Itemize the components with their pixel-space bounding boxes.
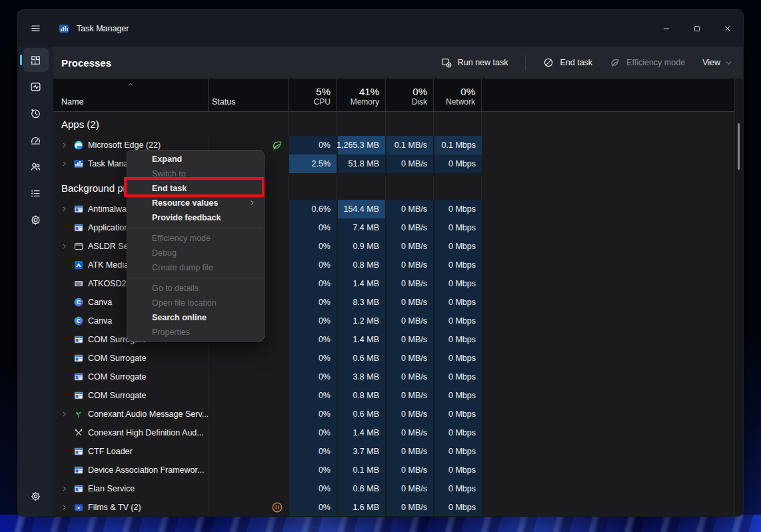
menu-item-search-online[interactable]: Search online (127, 310, 264, 325)
sprout-icon (73, 409, 84, 419)
disk-cell: 0 MB/s (385, 200, 433, 218)
window-white-icon (73, 241, 84, 252)
submenu-chevron-icon (249, 199, 256, 206)
cpu-cell: 0% (288, 256, 337, 274)
menu-item-go-to-details: Go to details (127, 281, 264, 296)
memory-cell: 51.8 MB (337, 154, 385, 173)
process-name: COM Surrogate (88, 372, 147, 382)
sidebar-item-processes[interactable] (23, 48, 49, 72)
group-heading-label: Apps (2) (61, 119, 99, 130)
column-header-name[interactable]: Name (53, 79, 208, 111)
minimize-icon (662, 25, 670, 33)
status-cell (208, 368, 288, 386)
process-name-cell: Elan Service (53, 479, 208, 498)
expand-chevron-icon[interactable] (59, 206, 71, 212)
end-task-icon (543, 57, 554, 68)
table-header: NameStatus5%CPU41%Memory0%Disk0%Network (53, 79, 734, 112)
sidebar-item-startup-apps[interactable] (23, 128, 49, 152)
network-cell: 0 Mbps (433, 312, 482, 330)
menu-item-provide-feedback[interactable]: Provide feedback (127, 210, 264, 225)
column-header-status[interactable]: Status (208, 79, 288, 111)
status-cell (208, 461, 288, 479)
process-row[interactable]: COM Surrogate0%3.8 MB0 MB/s0 Mbps (53, 368, 734, 386)
settings-icon (30, 491, 41, 502)
expand-chevron-icon[interactable] (59, 160, 71, 167)
cpu-cell: 0% (288, 405, 337, 423)
memory-cell: 154.4 MB (337, 200, 385, 218)
group-heading-cell (433, 112, 482, 136)
sidebar-item-performance[interactable] (23, 75, 49, 99)
disk-cell: 0 MB/s (385, 237, 433, 256)
menu-item-efficiency-mode: Efficiency mode (127, 231, 264, 246)
memory-cell: 0.6 MB (337, 479, 385, 498)
process-name: Films & TV (2) (88, 503, 141, 512)
sidebar-item-settings[interactable] (23, 484, 49, 508)
expand-chevron-icon[interactable] (59, 504, 71, 511)
scrollbar-thumb[interactable] (738, 123, 740, 170)
close-button[interactable] (712, 10, 743, 47)
disk-cell: 0 MB/s (385, 386, 433, 405)
cpu-cell: 0% (288, 498, 337, 516)
disk-cell: 0 MB/s (385, 256, 433, 274)
end-task-button[interactable]: End task (543, 57, 592, 68)
task-manager-logo-icon (59, 23, 69, 34)
sidebar-item-details[interactable] (23, 181, 49, 205)
window-title: Task Manager (77, 24, 129, 33)
cpu-cell: 0% (288, 312, 337, 330)
expand-chevron-icon[interactable] (59, 142, 71, 148)
process-name: Canva (88, 298, 112, 307)
disk-cell: 0 MB/s (385, 293, 433, 312)
menu-item-expand[interactable]: Expand (127, 152, 264, 166)
status-cell (208, 479, 288, 498)
column-header-memory[interactable]: 41%Memory (337, 79, 385, 111)
window-icon (73, 372, 84, 382)
maximize-button[interactable] (682, 10, 712, 47)
disk-cell: 0 MB/s (385, 368, 433, 386)
users-icon (30, 161, 41, 172)
memory-cell: 1.4 MB (337, 423, 385, 442)
toolbar-actions: Run new taskEnd taskEfficiency modeView (441, 55, 732, 70)
column-header-disk[interactable]: 0%Disk (385, 79, 433, 111)
cpu-cell: 0% (288, 386, 337, 405)
efficiency-mode-button: Efficiency mode (610, 57, 685, 68)
expand-chevron-icon[interactable] (59, 485, 71, 492)
view-menu-button[interactable]: View (702, 58, 732, 67)
column-header-cpu[interactable]: 5%CPU (288, 79, 337, 111)
group-heading[interactable]: Apps (2) (53, 112, 734, 136)
process-row[interactable]: Conexant High Definition Aud...0%1.4 MB0… (53, 423, 734, 442)
cpu-cell: 0% (288, 442, 337, 461)
cpu-cell: 0% (288, 461, 337, 479)
atkosd-icon (73, 278, 84, 289)
sort-ascending-icon (127, 81, 134, 88)
process-row[interactable]: Elan Service0%0.6 MB0 MB/s0 Mbps (53, 479, 734, 498)
taskmgr-icon (73, 158, 84, 169)
process-row[interactable]: Films & TV (2)0%1.6 MB0 MB/s0 Mbps (53, 498, 734, 516)
process-row[interactable]: COM Surrogate0%0.8 MB0 MB/s0 Mbps (53, 386, 734, 405)
sidebar-item-services[interactable] (23, 208, 49, 232)
process-row[interactable]: Conexant Audio Message Serv...0%0.6 MB0 … (53, 405, 734, 423)
run-new-task-button[interactable]: Run new task (441, 57, 508, 68)
window-icon (73, 204, 84, 214)
process-row[interactable]: COM Surrogate0%0.6 MB0 MB/s0 Mbps (53, 349, 734, 368)
process-name: CTF Loader (88, 447, 133, 456)
network-cell: 0 Mbps (433, 461, 482, 479)
navigation-menu-button[interactable] (22, 16, 49, 41)
button-label: Run new task (458, 58, 508, 67)
processes-icon (30, 55, 41, 66)
sidebar-item-users[interactable] (23, 154, 49, 178)
expand-chevron-icon[interactable] (59, 243, 71, 250)
sidebar-item-app-history[interactable] (23, 101, 49, 125)
expand-chevron-icon[interactable] (59, 411, 71, 417)
process-name: Microsoft Edge (22) (88, 140, 161, 150)
page-title: Processes (61, 57, 111, 69)
close-icon (724, 25, 732, 33)
suspended-pause-icon (271, 501, 283, 513)
network-cell: 0 Mbps (433, 218, 482, 237)
menu-item-resource-values[interactable]: Resource values (127, 196, 264, 210)
vertical-scrollbar[interactable] (734, 79, 743, 516)
minimize-button[interactable] (651, 10, 682, 47)
process-row[interactable]: CTF Loader0%3.7 MB0 MB/s0 Mbps (53, 442, 734, 461)
column-header-network[interactable]: 0%Network (433, 79, 482, 111)
process-row[interactable]: Device Association Framewor...0%0.1 MB0 … (53, 461, 734, 479)
header-filler (482, 79, 734, 111)
